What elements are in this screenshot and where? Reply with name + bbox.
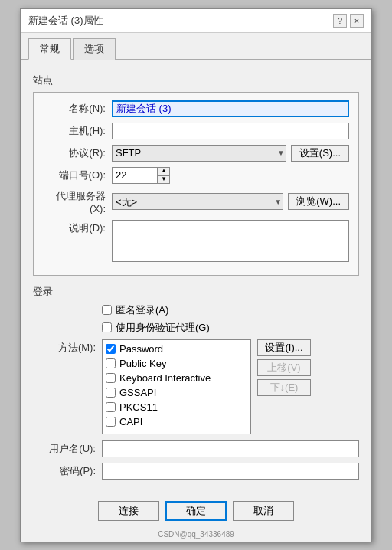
anonymous-login-row: 匿名登录(A) (102, 303, 359, 317)
username-row: 用户名(U): (33, 440, 359, 457)
method-checkbox-password[interactable] (106, 344, 116, 354)
tab-options[interactable]: 选项 (73, 38, 116, 60)
title-bar: 新建会话 (3)属性 ? × (21, 9, 371, 33)
proxy-select-wrapper: <无> ▼ (112, 193, 283, 210)
protocol-row: 协议(R): SFTP FTP FTPS SCP ▼ 设置(S)... (43, 145, 349, 162)
proxy-label: 代理服务器(X): (43, 189, 112, 214)
method-label-password: Password (119, 343, 163, 355)
username-label: 用户名(U): (33, 442, 102, 456)
port-down-button[interactable]: ▼ (158, 175, 170, 184)
title-bar-controls: ? × (333, 14, 364, 28)
method-item-capi: CAPI (106, 416, 247, 427)
tab-bar: 常规 选项 (21, 33, 371, 60)
method-item-pkcs11: PKCS11 (106, 401, 247, 413)
port-label: 端口号(O): (43, 169, 112, 182)
watermark: CSDN@qq_34336489 (21, 529, 371, 542)
method-row: 方法(M): Password Public Key Keyboard Inte… (33, 339, 359, 434)
proxy-browse-button[interactable]: 浏览(W)... (288, 193, 349, 210)
host-label: 主机(H): (43, 124, 112, 138)
method-label-keyboard: Keyboard Interactive (119, 372, 211, 384)
password-row: 密码(P): (33, 463, 359, 480)
proxy-row: 代理服务器(X): <无> ▼ 浏览(W)... (43, 189, 349, 214)
use-agent-label: 使用身份验证代理(G) (116, 321, 210, 335)
method-settings-button[interactable]: 设置(I)... (257, 339, 311, 356)
anonymous-login-checkbox[interactable] (102, 305, 112, 315)
login-section-label: 登录 (33, 285, 359, 299)
comment-input[interactable] (112, 220, 349, 262)
cancel-button[interactable]: 取消 (233, 501, 294, 521)
method-moveup-button[interactable]: 上移(V) (257, 359, 311, 376)
method-item-keyboard: Keyboard Interactive (106, 372, 247, 384)
port-row: 端口号(O): ▲ ▼ (43, 167, 349, 184)
method-checkbox-pkcs11[interactable] (106, 402, 116, 412)
method-item-publickey: Public Key (106, 358, 247, 369)
method-movedown-button[interactable]: 下↓(E) (257, 379, 311, 396)
host-input[interactable] (112, 123, 349, 139)
port-up-button[interactable]: ▲ (158, 167, 170, 175)
method-checkbox-keyboard[interactable] (106, 373, 116, 383)
method-item-gssapi: GSSAPI (106, 387, 247, 398)
port-spinner: ▲ ▼ (158, 167, 170, 184)
site-section: 名称(N): 主机(H): 协议(R): SFTP FTP FTPS SCP (33, 92, 359, 276)
footer: 连接 确定 取消 (21, 493, 371, 529)
tab-general[interactable]: 常规 (28, 38, 71, 60)
use-agent-checkbox[interactable] (102, 322, 112, 332)
method-label-publickey: Public Key (119, 358, 166, 369)
protocol-label: 协议(R): (43, 146, 112, 160)
protocol-settings-button[interactable]: 设置(S)... (291, 145, 349, 162)
password-input[interactable] (102, 463, 359, 480)
ok-button[interactable]: 确定 (165, 501, 227, 521)
password-label: 密码(P): (33, 464, 102, 478)
name-label: 名称(N): (43, 102, 112, 116)
username-input[interactable] (102, 440, 359, 457)
use-agent-row: 使用身份验证代理(G) (102, 321, 359, 335)
help-button[interactable]: ? (333, 14, 347, 28)
method-label-gssapi: GSSAPI (119, 387, 156, 398)
proxy-select[interactable]: <无> (112, 193, 283, 210)
protocol-select[interactable]: SFTP FTP FTPS SCP (112, 145, 286, 162)
protocol-select-wrapper: SFTP FTP FTPS SCP ▼ (112, 145, 286, 162)
anonymous-login-label: 匿名登录(A) (116, 303, 168, 317)
method-action-buttons: 设置(I)... 上移(V) 下↓(E) (257, 339, 311, 396)
method-label: 方法(M): (33, 339, 102, 355)
comment-row: 说明(D): (43, 220, 349, 262)
method-checkbox-gssapi[interactable] (106, 388, 116, 398)
dialog: 新建会话 (3)属性 ? × 常规 选项 站点 名称(N): 主机(H): (20, 8, 372, 542)
content-area: 站点 名称(N): 主机(H): 协议(R): SFTP FTP (21, 60, 371, 493)
method-item-password: Password (106, 343, 247, 355)
site-section-label: 站点 (33, 74, 359, 87)
dialog-title: 新建会话 (3)属性 (28, 14, 103, 28)
name-input[interactable] (112, 100, 349, 117)
comment-label: 说明(D): (43, 220, 112, 235)
method-label-pkcs11: PKCS11 (119, 401, 158, 413)
method-list-box: Password Public Key Keyboard Interactive… (102, 339, 251, 434)
method-checkbox-publickey[interactable] (106, 358, 116, 368)
host-row: 主机(H): (43, 123, 349, 139)
method-checkbox-capi[interactable] (106, 417, 116, 427)
name-row: 名称(N): (43, 100, 349, 117)
method-label-capi: CAPI (119, 416, 142, 427)
port-input[interactable] (112, 167, 158, 184)
connect-button[interactable]: 连接 (98, 501, 159, 521)
close-button[interactable]: × (350, 14, 364, 28)
